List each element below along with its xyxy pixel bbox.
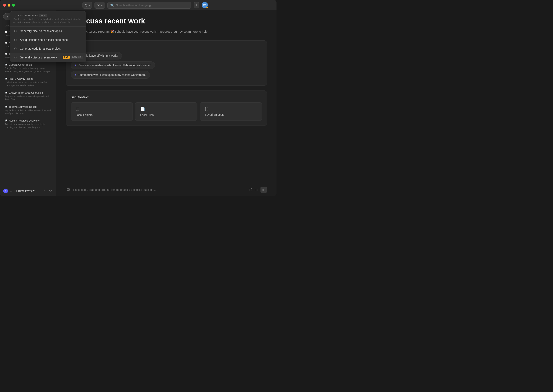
chat-item-preview-4: Limited real-time access, recent context…	[5, 81, 51, 87]
prompt-chip-2[interactable]: ✦ Summarize what I was up to in my recen…	[71, 71, 150, 79]
sidebar-footer: ✦ GPT 4 Turbo Preview ? ⚙	[0, 186, 56, 196]
avatar-badge	[206, 7, 208, 9]
dropdown-header-top: ⌥ CHAT PIPELINES BETA	[14, 14, 83, 17]
input-actions: { } ⊡ ▶	[248, 187, 267, 193]
chat-icon-3: 💬	[5, 63, 8, 66]
page-title: lly discuss recent work	[66, 17, 267, 25]
context-card-0[interactable]: ▢ Local Folders	[71, 102, 133, 121]
chat-item-title-6: 💬 Today's Activities Recap	[5, 105, 51, 108]
slash-icon: /	[196, 3, 197, 7]
plus-icon: +	[7, 15, 8, 18]
search-bar[interactable]: 🔍	[107, 2, 191, 9]
dropdown-item-3[interactable]: ◌ Generally discuss recent work EAP DEFA…	[10, 53, 86, 62]
folder-icon: ▢	[76, 106, 128, 111]
model-icon: ✦	[3, 189, 8, 193]
branch-icon: ⌥	[97, 3, 100, 7]
slash-icon-btn[interactable]: /	[194, 2, 199, 8]
set-context-title: Set Context	[71, 96, 262, 99]
page-subtitle: part of the Early Access Program 🎉 I sho…	[66, 29, 267, 34]
traffic-lights	[3, 4, 15, 7]
cube-icon: ⬡	[85, 3, 87, 7]
chevron-down-icon: ▾	[88, 3, 90, 7]
saved-snippets-label: Saved Snippets	[205, 113, 257, 116]
chat-item-preview-6: Inquired about daily activities, current…	[5, 109, 51, 115]
chat-icon-0: 💬	[5, 31, 8, 34]
chat-icon-2: 💬	[5, 53, 8, 55]
titlebar-center: ⬡ ▾ ⌥ ▾ 🔍 / RC	[17, 2, 273, 9]
set-context: Set Context ▢ Local Folders 📄 Local File…	[66, 91, 267, 126]
send-button[interactable]: ▶	[260, 187, 267, 193]
search-input[interactable]	[116, 4, 189, 7]
code-icon: { }	[205, 106, 257, 111]
dropdown-item-icon-3: ◌	[14, 56, 17, 59]
dropdown-item-2[interactable]: ⬡ Generate code for a local project	[10, 44, 86, 53]
search-icon: 🔍	[110, 3, 114, 7]
pipeline-header-icon: ⌥	[14, 14, 17, 17]
content-body: lly discuss recent work part of the Earl…	[56, 10, 277, 183]
chat-input[interactable]	[73, 188, 246, 191]
dropdown-overlay: ⌥ CHAT PIPELINES BETA Pipelines are opti…	[10, 11, 86, 62]
titlebar: ⬡ ▾ ⌥ ▾ 🔍 / RC	[0, 0, 277, 10]
image-upload-btn[interactable]: 🖼	[66, 187, 71, 193]
prompts-section: mpts ✦ recently leave off with my work? …	[66, 41, 267, 86]
eap-badge: EAP	[63, 56, 70, 59]
dropdown-item-1[interactable]: ⬡ Ask questions about a local code base	[10, 35, 86, 44]
app-icon-btn[interactable]: ⬡ ▾	[83, 2, 92, 9]
pipeline-icon-btn[interactable]: ⌥ ▾	[95, 2, 105, 9]
chat-item-3[interactable]: 💬 Current Gchat Topic Google Chat discus…	[2, 61, 54, 75]
sparkle-icon-2: ✦	[75, 73, 77, 77]
code-snippet-btn[interactable]: { }	[248, 187, 253, 192]
footer-actions: ? ⚙	[42, 188, 53, 194]
help-button[interactable]: ?	[42, 188, 46, 194]
input-area: 🖼 { } ⊡ ▶	[56, 183, 277, 196]
chat-item-6[interactable]: 💬 Today's Activities Recap Inquired abou…	[2, 103, 54, 117]
dropdown-item-0[interactable]: ⬡ Generally discuss technical topics	[10, 27, 86, 35]
dropdown-item-icon-0: ⬡	[14, 29, 17, 33]
file-icon: 📄	[140, 106, 192, 111]
default-badge: DEFAULT	[71, 56, 83, 59]
chat-icon-7: 💬	[5, 119, 8, 122]
chat-item-title-5: 💬 Growth Team Chat Confusion	[5, 91, 51, 94]
context-card-2[interactable]: { } Saved Snippets	[200, 102, 262, 121]
sparkle-icon-1: ✦	[75, 64, 77, 67]
chat-item-5[interactable]: 💬 Growth Team Chat Confusion Request for…	[2, 89, 54, 103]
chat-item-preview-7: Active in team communications, strategic…	[5, 123, 51, 129]
expand-btn[interactable]: ⊡	[255, 187, 259, 192]
dropdown-item-badges: EAP DEFAULT	[63, 56, 83, 59]
context-card-1[interactable]: 📄 Local Files	[135, 102, 197, 121]
main-content: lly discuss recent work part of the Earl…	[56, 10, 277, 196]
beta-badge: BETA	[39, 14, 47, 17]
chat-icon-6: 💬	[5, 105, 8, 108]
chat-item-title-4: 💬 Hourly Activity Recap	[5, 77, 51, 80]
local-folders-label: Local Folders	[76, 113, 128, 117]
chat-item-title-3: 💬 Current Gchat Topic	[5, 63, 51, 66]
app-window: ⬡ ▾ ⌥ ▾ 🔍 / RC +	[0, 0, 277, 196]
dropdown-menu: ⌥ CHAT PIPELINES BETA Pipelines are opti…	[10, 11, 86, 62]
dropdown-item-icon-1: ⬡	[14, 38, 17, 42]
chat-item-7[interactable]: 💬 Recent Activities Overview Active in t…	[2, 117, 54, 131]
chat-icon-1: 💬	[5, 42, 8, 44]
chat-icon-5: 💬	[5, 91, 8, 94]
chat-icon-4: 💬	[5, 77, 8, 80]
chat-pipelines-title: CHAT PIPELINES	[18, 14, 38, 17]
dropdown-header-desc: Pipelines are optimized prompt paths for…	[14, 18, 83, 24]
dropdown-header: ⌥ CHAT PIPELINES BETA Pipelines are opti…	[10, 11, 86, 27]
chat-item-preview-3: Google Chat discussions: Memory usage, M…	[5, 67, 51, 73]
dropdown-item-icon-2: ⬡	[14, 47, 17, 51]
chat-item-title-7: 💬 Recent Activities Overview	[5, 119, 51, 122]
avatar: RC	[202, 2, 208, 8]
prompt-chip-1[interactable]: ✦ Give me a refresher of who I was colla…	[71, 62, 155, 69]
context-cards: ▢ Local Folders 📄 Local Files { } Saved …	[71, 102, 262, 121]
chat-item-preview-5: Request for assistance to catch up on Gr…	[5, 95, 51, 101]
maximize-button[interactable]	[12, 4, 15, 7]
minimize-button[interactable]	[8, 4, 10, 7]
chat-item-4[interactable]: 💬 Hourly Activity Recap Limited real-tim…	[2, 75, 54, 89]
chevron-down-icon2: ▾	[101, 3, 103, 7]
local-files-label: Local Files	[140, 113, 192, 117]
prompts-section-title: mpts	[71, 45, 262, 49]
settings-button[interactable]: ⚙	[48, 188, 53, 194]
close-button[interactable]	[3, 4, 6, 7]
model-selector[interactable]: ✦ GPT 4 Turbo Preview	[3, 189, 35, 193]
